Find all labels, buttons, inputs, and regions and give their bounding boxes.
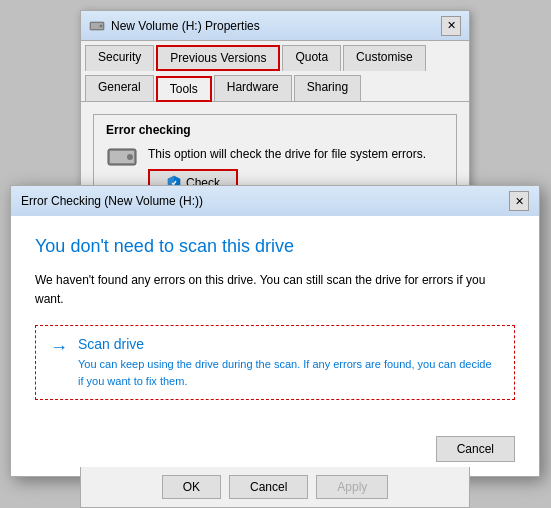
bg-window-footer: OK Cancel Apply bbox=[80, 467, 470, 508]
dialog-body: You don't need to scan this drive We hav… bbox=[11, 216, 539, 436]
tab-tools[interactable]: Tools bbox=[156, 76, 212, 102]
tab-general[interactable]: General bbox=[85, 75, 154, 101]
error-checking-dialog: Error Checking (New Volume (H:)) ✕ You d… bbox=[10, 185, 540, 477]
scan-drive-title: Scan drive bbox=[78, 336, 500, 352]
dialog-cancel-button[interactable]: Cancel bbox=[436, 436, 515, 462]
tab-quota[interactable]: Quota bbox=[282, 45, 341, 71]
drive-icon bbox=[106, 145, 138, 169]
tab-row-1: Security Previous Versions Quota Customi… bbox=[81, 41, 469, 71]
bg-title-bar: New Volume (H:) Properties ✕ bbox=[81, 11, 469, 41]
dialog-subtext: We haven't found any errors on this driv… bbox=[35, 271, 515, 309]
tab-row-2: General Tools Hardware Sharing bbox=[81, 71, 469, 101]
section-title: Error checking bbox=[106, 123, 444, 137]
svg-point-2 bbox=[100, 24, 103, 27]
tab-strip: Security Previous Versions Quota Customi… bbox=[81, 41, 469, 102]
tab-hardware[interactable]: Hardware bbox=[214, 75, 292, 101]
bg-close-button[interactable]: ✕ bbox=[441, 16, 461, 36]
bg-window-title: New Volume (H:) Properties bbox=[111, 19, 260, 33]
ok-button[interactable]: OK bbox=[162, 475, 221, 499]
scan-arrow-icon: → bbox=[50, 338, 68, 356]
svg-point-5 bbox=[127, 154, 133, 160]
dialog-heading: You don't need to scan this drive bbox=[35, 236, 515, 257]
error-desc: This option will check the drive for fil… bbox=[148, 145, 426, 163]
dialog-title: Error Checking (New Volume (H:)) bbox=[21, 194, 203, 208]
cancel-button[interactable]: Cancel bbox=[229, 475, 308, 499]
tab-sharing[interactable]: Sharing bbox=[294, 75, 361, 101]
scan-drive-option[interactable]: → Scan drive You can keep using the driv… bbox=[35, 325, 515, 400]
dialog-title-bar: Error Checking (New Volume (H:)) ✕ bbox=[11, 186, 539, 216]
drive-title-icon bbox=[89, 18, 105, 34]
scan-drive-desc: You can keep using the drive during the … bbox=[78, 356, 500, 389]
tab-customise[interactable]: Customise bbox=[343, 45, 426, 71]
apply-button[interactable]: Apply bbox=[316, 475, 388, 499]
dialog-close-button[interactable]: ✕ bbox=[509, 191, 529, 211]
tab-previous-versions[interactable]: Previous Versions bbox=[156, 45, 280, 71]
tab-security[interactable]: Security bbox=[85, 45, 154, 71]
